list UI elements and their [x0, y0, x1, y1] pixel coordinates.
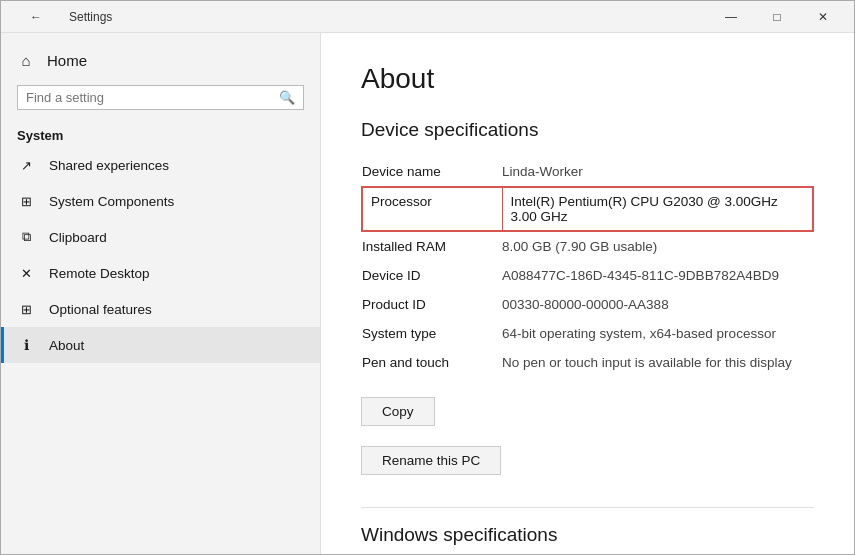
spec-value: 8.00 GB (7.90 GB usable) [502, 231, 813, 261]
sidebar: ⌂ Home 🔍 System ↗ Shared experiences ⊞ S… [1, 33, 321, 555]
back-button[interactable]: ← [13, 1, 59, 33]
spec-row: System type64-bit operating system, x64-… [362, 319, 813, 348]
spec-row: Installed RAM8.00 GB (7.90 GB usable) [362, 231, 813, 261]
spec-value: A088477C-186D-4345-811C-9DBB782A4BD9 [502, 261, 813, 290]
home-icon: ⌂ [17, 51, 35, 69]
section-divider [361, 507, 814, 508]
system-components-icon: ⊞ [17, 192, 35, 210]
sidebar-item-label: Shared experiences [49, 158, 169, 173]
titlebar-title: Settings [69, 10, 112, 24]
titlebar-controls: — □ ✕ [708, 1, 846, 33]
sidebar-item-clipboard[interactable]: ⧉ Clipboard [1, 219, 320, 255]
remote-desktop-icon: ✕ [17, 264, 35, 282]
spec-row: Pen and touchNo pen or touch input is av… [362, 348, 813, 377]
sidebar-section-header: System [1, 122, 320, 147]
spec-label: Device ID [362, 261, 502, 290]
main-content: About Device specifications Device nameL… [321, 33, 854, 555]
device-specs-title: Device specifications [361, 119, 814, 141]
spec-value: 00330-80000-00000-AA388 [502, 290, 813, 319]
sidebar-item-label: Remote Desktop [49, 266, 150, 281]
spec-value: No pen or touch input is available for t… [502, 348, 813, 377]
sidebar-item-remote-desktop[interactable]: ✕ Remote Desktop [1, 255, 320, 291]
maximize-button[interactable]: □ [754, 1, 800, 33]
sidebar-home[interactable]: ⌂ Home [1, 43, 320, 77]
sidebar-item-optional-features[interactable]: ⊞ Optional features [1, 291, 320, 327]
spec-label: Product ID [362, 290, 502, 319]
clipboard-icon: ⧉ [17, 228, 35, 246]
about-icon: ℹ [17, 336, 35, 354]
spec-row: Product ID00330-80000-00000-AA388 [362, 290, 813, 319]
spec-label: Processor [362, 187, 502, 231]
shared-experiences-icon: ↗ [17, 156, 35, 174]
search-bar[interactable]: 🔍 [17, 85, 304, 110]
sidebar-item-about[interactable]: ℹ About [1, 327, 320, 363]
home-label: Home [47, 52, 87, 69]
titlebar: ← Settings — □ ✕ [1, 1, 854, 33]
spec-row: Device nameLinda-Worker [362, 157, 813, 187]
spec-row: ProcessorIntel(R) Pentium(R) CPU G2030 @… [362, 187, 813, 231]
spec-label: System type [362, 319, 502, 348]
windows-specs-title: Windows specifications [361, 524, 814, 546]
sidebar-item-system-components[interactable]: ⊞ System Components [1, 183, 320, 219]
sidebar-item-label: System Components [49, 194, 174, 209]
spec-value: Linda-Worker [502, 157, 813, 187]
sidebar-item-label: Optional features [49, 302, 152, 317]
spec-label: Installed RAM [362, 231, 502, 261]
copy-button[interactable]: Copy [361, 397, 435, 426]
page-title: About [361, 63, 814, 95]
device-specs-table: Device nameLinda-WorkerProcessorIntel(R)… [361, 157, 814, 377]
close-button[interactable]: ✕ [800, 1, 846, 33]
sidebar-item-shared-experiences[interactable]: ↗ Shared experiences [1, 147, 320, 183]
titlebar-left: ← Settings [13, 1, 112, 33]
spec-label: Device name [362, 157, 502, 187]
rename-pc-button[interactable]: Rename this PC [361, 446, 501, 475]
spec-value: 64-bit operating system, x64-based proce… [502, 319, 813, 348]
sidebar-item-label: About [49, 338, 84, 353]
spec-row: Device IDA088477C-186D-4345-811C-9DBB782… [362, 261, 813, 290]
search-icon: 🔍 [279, 90, 295, 105]
app-body: ⌂ Home 🔍 System ↗ Shared experiences ⊞ S… [1, 33, 854, 555]
minimize-button[interactable]: — [708, 1, 754, 33]
spec-label: Pen and touch [362, 348, 502, 377]
spec-value: Intel(R) Pentium(R) CPU G2030 @ 3.00GHz … [502, 187, 813, 231]
optional-features-icon: ⊞ [17, 300, 35, 318]
search-input[interactable] [26, 90, 273, 105]
sidebar-item-label: Clipboard [49, 230, 107, 245]
